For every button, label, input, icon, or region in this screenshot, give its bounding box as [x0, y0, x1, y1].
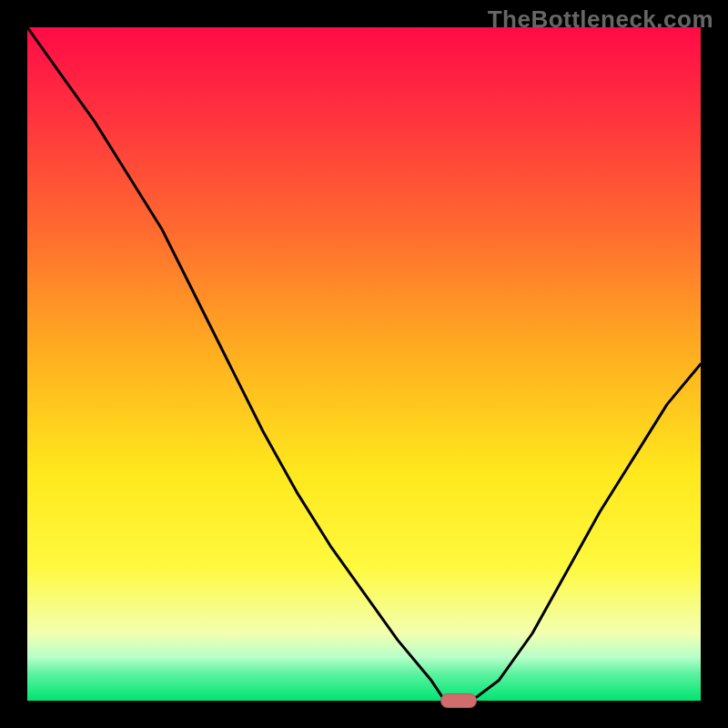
chart-frame: TheBottleneck.com	[0, 0, 728, 728]
chart-svg	[27, 27, 701, 701]
gradient-rect	[27, 27, 701, 701]
plot-area	[27, 27, 701, 701]
watermark-text: TheBottleneck.com	[488, 5, 713, 34]
optimal-marker	[440, 693, 477, 708]
